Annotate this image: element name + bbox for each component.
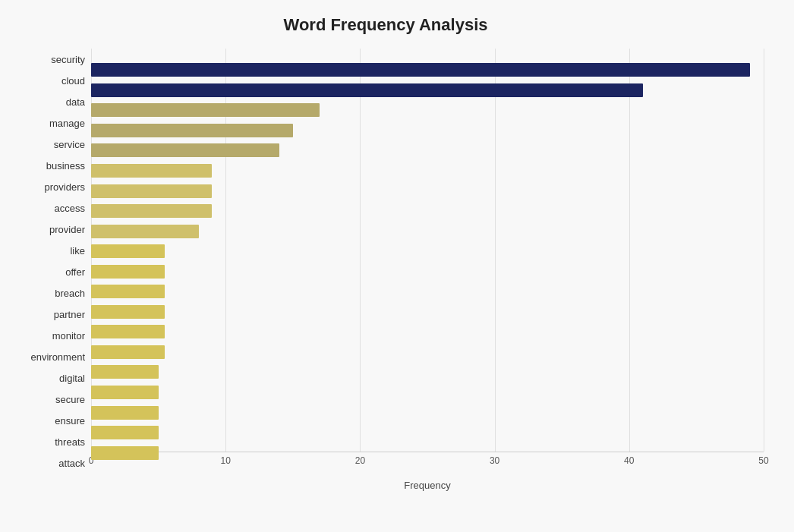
bar-row [91, 384, 764, 401]
y-label: digital [59, 373, 85, 383]
bar-row [91, 162, 764, 179]
y-labels: securityclouddatamanageservicebusinesspr… [8, 49, 91, 474]
bar [91, 124, 293, 137]
bar [91, 184, 212, 198]
bar [91, 365, 159, 379]
bar [91, 345, 165, 359]
y-label: attack [58, 458, 85, 468]
bar [91, 446, 159, 460]
bar [91, 426, 159, 439]
bar-row [91, 344, 764, 360]
y-label: provider [49, 225, 85, 235]
bar [91, 285, 165, 298]
chart-container: Word Frequency Analysis securityclouddat… [0, 0, 794, 532]
bar [91, 143, 279, 157]
bar-row [91, 142, 764, 159]
bar-row [91, 102, 764, 118]
bar-row [91, 405, 764, 421]
bar [91, 103, 320, 117]
y-label: data [66, 97, 85, 107]
bar [91, 225, 199, 238]
bar-row [91, 203, 764, 219]
bar-row [91, 183, 764, 200]
bar-row [91, 263, 764, 280]
y-label: secure [55, 395, 85, 405]
bar [91, 204, 212, 218]
y-label: security [51, 55, 85, 65]
y-label: monitor [52, 331, 85, 341]
bar-row [91, 82, 764, 99]
bar-row [91, 223, 764, 240]
bar-row [91, 243, 764, 260]
bar [91, 386, 159, 399]
bar [91, 305, 165, 319]
y-label: service [54, 140, 85, 150]
bar [91, 406, 159, 420]
y-label: manage [49, 118, 85, 128]
x-axis-label: Frequency [404, 480, 450, 491]
chart-title: Word Frequency Analysis [8, 15, 764, 35]
y-label: providers [45, 182, 85, 192]
bar [91, 244, 165, 258]
y-label: threats [55, 437, 85, 447]
bar [91, 325, 165, 338]
y-label: partner [54, 310, 85, 320]
bar-row [91, 445, 764, 461]
y-label: breach [55, 288, 85, 298]
grid-line [764, 49, 764, 452]
bar [91, 265, 165, 279]
bar-row [91, 61, 764, 78]
chart-area: securityclouddatamanageservicebusinesspr… [8, 49, 764, 474]
y-label: like [70, 246, 85, 256]
y-label: business [46, 161, 85, 171]
bar-row [91, 364, 764, 380]
bar [91, 83, 643, 97]
bar-row [91, 424, 764, 441]
bar-row [91, 323, 764, 340]
y-label: environment [30, 352, 85, 362]
bar [91, 164, 212, 178]
bar-row [91, 283, 764, 300]
y-label: offer [65, 267, 85, 277]
y-label: access [55, 203, 85, 213]
bar [91, 63, 750, 77]
y-label: ensure [55, 416, 85, 426]
y-label: cloud [61, 76, 85, 86]
bar-row [91, 122, 764, 139]
bar-row [91, 304, 764, 320]
bars-and-grid: Frequency 01020304050 [91, 49, 764, 474]
